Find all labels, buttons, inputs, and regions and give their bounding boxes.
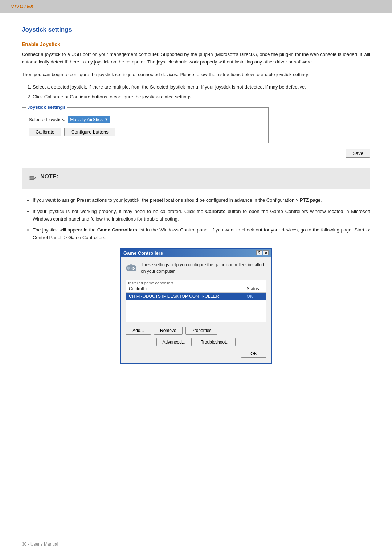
joystick-select-value: Macally AirStick bbox=[70, 117, 103, 122]
svg-rect-9 bbox=[130, 264, 131, 267]
installed-table: Controller Status CH PRODUCTS IP DESKTOP… bbox=[126, 285, 266, 322]
col-controller: Controller bbox=[126, 285, 244, 293]
table-header-row: Controller Status bbox=[126, 285, 266, 293]
dialog-title: Game Controllers bbox=[123, 250, 163, 256]
configure-buttons-button[interactable]: Configure buttons bbox=[64, 128, 115, 136]
ok-button[interactable]: OK bbox=[241, 350, 266, 358]
dialog-help-button[interactable]: ? bbox=[256, 250, 262, 255]
joystick-box-title: Joystick settings bbox=[26, 104, 67, 110]
joystick-buttons-row: Calibrate Configure buttons bbox=[29, 128, 262, 136]
remove-button[interactable]: Remove bbox=[154, 327, 183, 335]
note-box: ✏ NOTE: bbox=[22, 168, 370, 189]
controller-name: CH PRODUCTS IP DESKTOP CONTROLLER bbox=[126, 292, 244, 300]
col-status: Status bbox=[244, 285, 266, 293]
dialog-close-button[interactable]: ✕ bbox=[263, 250, 269, 255]
controller-status: OK bbox=[244, 292, 266, 300]
brand-logo: VIVOTEK bbox=[11, 4, 34, 9]
dialog-info-row: These settings help you configure the ga… bbox=[126, 262, 266, 275]
dialog-titlebar: Game Controllers ? ✕ bbox=[121, 249, 271, 257]
calibrate-button[interactable]: Calibrate bbox=[29, 128, 61, 136]
svg-rect-10 bbox=[131, 264, 132, 267]
table-empty-row bbox=[126, 300, 266, 322]
selected-joystick-label: Selected joystick: bbox=[29, 117, 65, 122]
dialog-wrapper: Game Controllers ? ✕ bbox=[22, 248, 370, 364]
svg-point-7 bbox=[132, 268, 133, 269]
dropdown-arrow-icon: ▼ bbox=[104, 117, 108, 122]
gamepad-icon bbox=[126, 262, 137, 273]
section-title: Enable Joystick bbox=[22, 41, 370, 47]
save-button[interactable]: Save bbox=[346, 149, 370, 158]
save-row: Save bbox=[22, 149, 370, 158]
add-button[interactable]: Add... bbox=[126, 327, 151, 335]
footer: 30 - User's Manual bbox=[0, 538, 392, 547]
dialog-btn-row-3: OK bbox=[126, 350, 266, 358]
dialog-body: These settings help you configure the ga… bbox=[121, 257, 271, 363]
installed-box-label: Installed game controllers bbox=[126, 280, 266, 285]
note-bullet-1: If you want to assign Preset actions to … bbox=[33, 197, 370, 204]
advanced-button[interactable]: Advanced... bbox=[156, 338, 192, 346]
dialog-title-controls: ? ✕ bbox=[256, 250, 269, 255]
list-item-2: Click Calibrate or Configure buttons to … bbox=[33, 93, 370, 101]
game-controllers-dialog: Game Controllers ? ✕ bbox=[120, 248, 272, 364]
dialog-btn-row-1: Add... Remove Properties bbox=[126, 327, 266, 335]
para2: Then you can begin to configure the joys… bbox=[22, 71, 370, 79]
dialog-info-text: These settings help you configure the ga… bbox=[141, 262, 266, 275]
footer-text: 30 - User's Manual bbox=[22, 542, 58, 547]
joystick-select-dropdown[interactable]: Macally AirStick ▼ bbox=[68, 116, 110, 123]
joystick-row: Selected joystick: Macally AirStick ▼ bbox=[29, 116, 262, 123]
note-content: NOTE: bbox=[40, 173, 58, 180]
numbered-list: Select a detected joystick, if there are… bbox=[33, 83, 370, 101]
header-bar: VIVOTEK bbox=[0, 0, 392, 13]
main-content: Joystick settings Enable Joystick Connec… bbox=[0, 13, 392, 385]
dialog-btn-row-2: Advanced... Troubleshoot... bbox=[126, 338, 266, 346]
properties-button[interactable]: Properties bbox=[185, 327, 218, 335]
svg-rect-4 bbox=[127, 267, 130, 269]
note-pencil-icon: ✏ bbox=[29, 173, 37, 184]
notes-bullet-list: If you want to assign Preset actions to … bbox=[33, 197, 370, 242]
para1: Connect a joystick to a USB port on your… bbox=[22, 51, 370, 66]
svg-point-6 bbox=[134, 268, 135, 269]
svg-point-8 bbox=[133, 268, 134, 270]
troubleshoot-button[interactable]: Troubleshoot... bbox=[195, 338, 236, 346]
note-title: NOTE: bbox=[40, 173, 58, 180]
list-item-1: Select a detected joystick, if there are… bbox=[33, 83, 370, 91]
joystick-settings-box: Joystick settings Selected joystick: Mac… bbox=[22, 107, 269, 143]
note-bullet-2: If your joystick is not working properly… bbox=[33, 208, 370, 223]
installed-game-controllers-box: Installed game controllers Controller St… bbox=[126, 280, 266, 322]
svg-point-5 bbox=[133, 267, 134, 268]
table-row[interactable]: CH PRODUCTS IP DESKTOP CONTROLLER OK bbox=[126, 292, 266, 300]
page-title: Joystick settings bbox=[22, 26, 370, 33]
note-bullet-3: The joystick will appear in the Game Con… bbox=[33, 226, 370, 242]
